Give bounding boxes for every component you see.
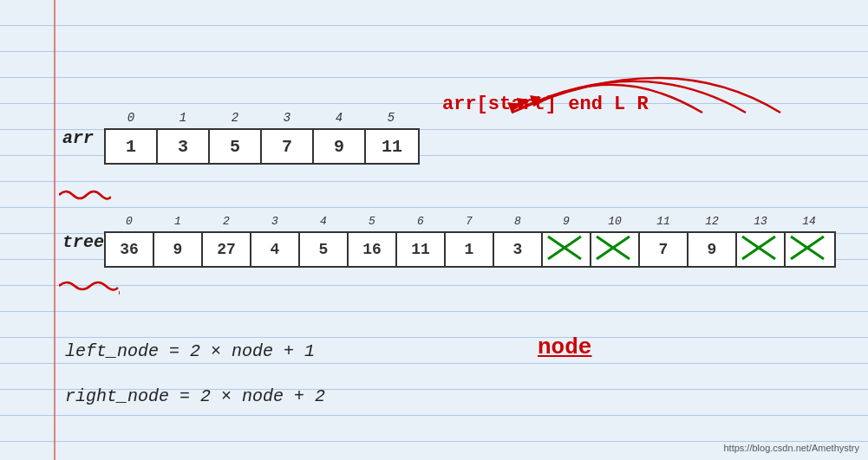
tree-cell: 1 <box>446 233 494 266</box>
node-label: node <box>538 334 591 360</box>
arr-indices: 012345 <box>105 111 420 125</box>
tree-cell: 3 <box>494 233 543 266</box>
tree-index: 6 <box>396 215 445 228</box>
arr-cell: 3 <box>158 130 210 163</box>
tree-cell: 16 <box>349 233 397 266</box>
tree-indices: 01234567891011121314 <box>105 215 836 228</box>
arr-index: 5 <box>365 111 417 125</box>
wavy-line-top <box>59 186 111 204</box>
tree-cell: 7 <box>640 233 689 266</box>
svg-point-3 <box>119 290 120 295</box>
tree-index: 3 <box>251 215 299 228</box>
tree-index: 4 <box>299 215 348 228</box>
tree-label: tree <box>62 232 104 252</box>
tree-index: 10 <box>591 215 639 228</box>
tree-index: 5 <box>348 215 396 228</box>
curved-arrows <box>408 35 841 139</box>
header-labels: arr[start] end L R <box>442 94 649 115</box>
arr-index: 3 <box>261 111 313 125</box>
wavy-line-bottom <box>59 277 120 296</box>
tree-cells: 369274516111379 <box>104 231 836 268</box>
tree-cell: 27 <box>203 233 251 266</box>
tree-cell <box>591 233 640 266</box>
tree-cell: 4 <box>251 233 300 266</box>
tree-cell: 11 <box>397 233 446 266</box>
main-content: arr[start] end L R arr 012345 1357911 tr… <box>0 0 868 460</box>
arr-label: arr <box>62 128 94 148</box>
arr-index: 2 <box>209 111 261 125</box>
tree-index: 7 <box>445 215 493 228</box>
arr-cell: 1 <box>106 130 158 163</box>
tree-index: 12 <box>688 215 736 228</box>
tree-cell <box>786 233 834 266</box>
formulas: left_node = 2 × node + 1 right_node = 2 … <box>65 338 325 428</box>
arr-cells: 1357911 <box>104 128 420 165</box>
arr-cell: 7 <box>262 130 314 163</box>
arr-index: 0 <box>105 111 157 125</box>
tree-cell: 9 <box>154 233 203 266</box>
arr-cell: 11 <box>366 130 418 163</box>
tree-index: 11 <box>639 215 688 228</box>
tree-index: 14 <box>785 215 833 228</box>
arr-cell: 9 <box>314 130 366 163</box>
tree-index: 1 <box>153 215 202 228</box>
tree-cell <box>737 233 786 266</box>
arr-start-label: arr[start] end L R <box>442 94 649 115</box>
arr-index: 1 <box>157 111 209 125</box>
arr-index: 4 <box>313 111 365 125</box>
tree-index: 8 <box>493 215 542 228</box>
tree-index: 13 <box>736 215 785 228</box>
tree-container: 01234567891011121314 369274516111379 <box>104 215 836 268</box>
formula-right-node: right_node = 2 × node + 2 <box>65 383 325 411</box>
formula-left-node: left_node = 2 × node + 1 <box>65 338 325 366</box>
url-label: https://blog.csdn.net/Amethystry <box>723 443 859 453</box>
tree-cell: 36 <box>106 233 154 266</box>
arr-container: 012345 1357911 <box>104 111 420 165</box>
tree-index: 9 <box>542 215 591 228</box>
tree-cell: 5 <box>300 233 349 266</box>
tree-index: 0 <box>105 215 153 228</box>
arr-cell: 5 <box>210 130 262 163</box>
tree-index: 2 <box>202 215 251 228</box>
tree-cell: 9 <box>689 233 737 266</box>
tree-cell <box>543 233 591 266</box>
